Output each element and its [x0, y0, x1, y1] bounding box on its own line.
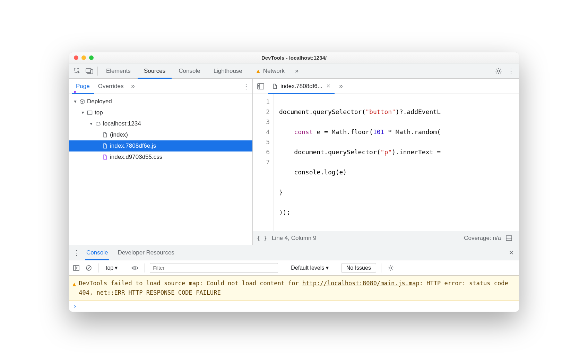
- filter-input[interactable]: [150, 263, 278, 273]
- editor-tab-file[interactable]: index.7808df6... ×: [268, 79, 335, 94]
- file-tree: ▼ Deployed ▼ top ▼ localhost:1234 (index…: [69, 94, 252, 245]
- coverage-status: Coverage: n/a: [464, 235, 501, 242]
- pretty-print-icon[interactable]: { }: [257, 235, 267, 241]
- warning-text: DevTools failed to load source map: Coul…: [79, 279, 515, 297]
- svg-rect-5: [88, 111, 92, 114]
- close-drawer-icon[interactable]: ×: [506, 248, 516, 257]
- code-content[interactable]: document.querySelector("button")?.addEve…: [274, 94, 519, 231]
- settings-icon[interactable]: [493, 65, 504, 77]
- svg-point-4: [498, 70, 500, 72]
- source-map-link[interactable]: http://localhost:8080/main.js.map: [302, 280, 420, 287]
- svg-rect-10: [74, 266, 79, 270]
- console-warning-row[interactable]: ▲ DevTools failed to load source map: Co…: [69, 276, 519, 301]
- divider: [97, 67, 98, 76]
- cursor-position: Line 4, Column 9: [272, 235, 317, 242]
- divider: [145, 263, 145, 272]
- toggle-sidebar-icon[interactable]: [506, 235, 515, 241]
- tab-sources[interactable]: Sources: [138, 63, 172, 79]
- kebab-menu-icon[interactable]: ⋮: [505, 65, 517, 77]
- line-number: 5: [253, 137, 270, 147]
- editor-status-bar: { } Line 4, Column 9 Coverage: n/a: [253, 231, 519, 245]
- navigator-tab-overrides[interactable]: Overrides: [94, 79, 128, 94]
- tree-file-index[interactable]: (index): [69, 129, 252, 140]
- chevron-down-icon: ▾: [115, 265, 118, 271]
- editor-tab-bar: index.7808df6... × »: [253, 79, 519, 94]
- tree-label: Deployed: [87, 98, 112, 105]
- warning-icon: ▲: [256, 68, 261, 74]
- tab-network-label: Network: [263, 68, 285, 75]
- line-gutter: 1 2 3 4 5 6 7: [253, 94, 274, 231]
- drawer-menu-icon[interactable]: ⋮: [72, 249, 81, 257]
- svg-point-14: [134, 267, 136, 269]
- close-tab-icon[interactable]: ×: [325, 83, 330, 90]
- cube-icon: [79, 99, 85, 104]
- collapse-arrow-icon: ▼: [81, 110, 85, 115]
- tab-elements[interactable]: Elements: [100, 63, 137, 79]
- line-number: 2: [253, 107, 270, 117]
- tree-label: index.7808df6e.js: [110, 142, 156, 149]
- drawer-tab-devres[interactable]: Developer Resources: [113, 245, 179, 260]
- tab-console[interactable]: Console: [172, 63, 206, 79]
- line-number: 7: [253, 157, 270, 167]
- sources-panel: Page Overrides » ⋮ ▼ Deployed ▼ top: [69, 79, 519, 245]
- line-number: 6: [253, 147, 270, 157]
- navigator-tabs: Page Overrides » ⋮: [69, 79, 252, 94]
- tab-network[interactable]: ▲ Network: [249, 63, 291, 79]
- drawer-tab-console[interactable]: Console: [81, 245, 113, 260]
- document-icon: [102, 132, 108, 138]
- more-editor-tabs-icon[interactable]: »: [336, 83, 346, 90]
- collapse-arrow-icon: ▼: [89, 121, 93, 126]
- tree-label: localhost:1234: [103, 120, 141, 127]
- issues-button[interactable]: No Issues: [341, 263, 376, 273]
- window-title: DevTools - localhost:1234/: [69, 55, 519, 61]
- svg-rect-6: [258, 84, 264, 89]
- console-toolbar: top ▾ Default levels ▾ No Issues: [69, 260, 519, 276]
- navigator-menu-icon[interactable]: ⋮: [243, 82, 250, 90]
- window-titlebar: DevTools - localhost:1234/: [69, 52, 519, 63]
- code-editor[interactable]: 1 2 3 4 5 6 7 document.querySelector("bu…: [253, 94, 519, 231]
- console-settings-icon[interactable]: [386, 265, 395, 271]
- drawer-tab-bar: ⋮ Console Developer Resources ×: [69, 245, 519, 260]
- line-number: 4: [253, 127, 270, 137]
- console-drawer: ⋮ Console Developer Resources × top ▾: [69, 245, 519, 312]
- log-levels-selector[interactable]: Default levels ▾: [288, 263, 331, 272]
- cloud-icon: [95, 121, 101, 127]
- frame-icon: [87, 110, 93, 115]
- divider: [125, 263, 125, 272]
- tree-node-host[interactable]: ▼ localhost:1234: [69, 118, 252, 129]
- inspect-element-icon[interactable]: [71, 65, 83, 77]
- more-navigator-tabs-icon[interactable]: »: [128, 83, 138, 90]
- context-label: top: [106, 265, 113, 271]
- context-selector[interactable]: top ▾: [103, 263, 120, 272]
- tree-file-js[interactable]: index.7808df6e.js: [69, 140, 252, 151]
- document-icon: [102, 143, 108, 149]
- document-icon: [272, 84, 278, 89]
- live-expression-icon[interactable]: [130, 266, 140, 270]
- svg-line-13: [87, 266, 90, 270]
- collapse-arrow-icon: ▼: [73, 99, 77, 104]
- clear-console-icon[interactable]: [84, 265, 93, 271]
- warning-icon: ▲: [72, 279, 76, 297]
- toggle-sidebar-icon[interactable]: [72, 265, 81, 271]
- main-tab-bar: Elements Sources Console Lighthouse ▲ Ne…: [69, 63, 519, 79]
- device-toolbar-icon[interactable]: [84, 65, 95, 77]
- tree-node-top[interactable]: ▼ top: [69, 107, 252, 118]
- editor-tab-label: index.7808df6...: [280, 83, 322, 90]
- tree-file-css[interactable]: index.d9703d55.css: [69, 151, 252, 163]
- svg-rect-3: [90, 70, 93, 74]
- console-output: ▲ DevTools failed to load source map: Co…: [69, 276, 519, 312]
- divider: [381, 263, 381, 272]
- navigator-pane: Page Overrides » ⋮ ▼ Deployed ▼ top: [69, 79, 253, 245]
- tab-lighthouse[interactable]: Lighthouse: [207, 63, 249, 79]
- levels-label: Default levels: [291, 265, 324, 271]
- tree-label: top: [95, 109, 103, 116]
- more-tabs-icon[interactable]: »: [292, 67, 302, 75]
- tree-node-deployed[interactable]: ▼ Deployed: [69, 96, 252, 107]
- console-prompt[interactable]: ›: [69, 301, 519, 312]
- line-number: 3: [253, 117, 270, 127]
- devtools-window: DevTools - localhost:1234/ Elements Sour…: [69, 52, 519, 312]
- line-number: 1: [253, 97, 270, 107]
- tree-label: index.d9703d55.css: [110, 154, 162, 161]
- navigator-tab-page[interactable]: Page: [72, 79, 94, 94]
- toggle-navigator-icon[interactable]: [255, 80, 267, 92]
